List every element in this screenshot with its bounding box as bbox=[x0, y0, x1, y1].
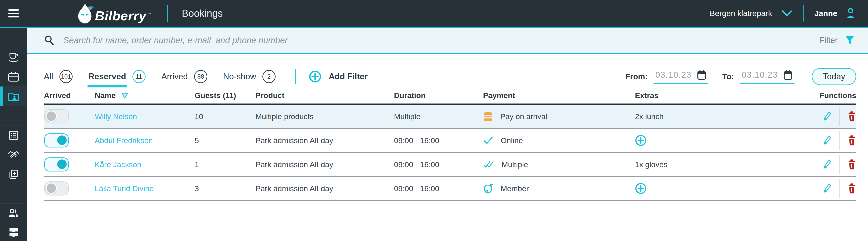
location-selector-label[interactable]: Bergen klatrepark bbox=[710, 9, 772, 18]
header-name: Name bbox=[95, 91, 195, 100]
date-range-controls: From: 03.10.23 To: 03.10.23 bbox=[625, 68, 856, 85]
delete-trash-icon[interactable] bbox=[847, 159, 856, 170]
tab-all[interactable]: All 101 bbox=[44, 70, 72, 83]
add-filter-button[interactable]: Add Filter bbox=[309, 70, 368, 83]
sidebar-item-archive[interactable] bbox=[0, 223, 27, 241]
filter-toggle[interactable]: Filter bbox=[819, 35, 855, 46]
booking-name-link[interactable]: Laila Turid Divine bbox=[95, 184, 154, 193]
name-cell: Laila Turid Divine bbox=[95, 184, 195, 193]
add-extras-icon[interactable] bbox=[635, 183, 647, 194]
user-name[interactable]: Janne bbox=[814, 9, 837, 18]
sidebar-item-guests[interactable] bbox=[0, 204, 27, 223]
topbar-divider bbox=[167, 5, 168, 22]
table-header-row: Arrived Name Guests (11) Product Duratio… bbox=[44, 87, 856, 105]
arrived-toggle[interactable] bbox=[44, 182, 69, 195]
from-date-value[interactable]: 03.10.23 bbox=[655, 70, 691, 80]
functions-cell bbox=[784, 155, 856, 174]
tab-no-show[interactable]: No-show 2 bbox=[223, 70, 276, 83]
people-icon bbox=[8, 208, 20, 218]
circle-plus-icon bbox=[309, 70, 321, 83]
to-date-value[interactable]: 03.10.23 bbox=[742, 70, 778, 80]
sidebar-item-bookings[interactable] bbox=[0, 86, 27, 106]
check-icon bbox=[483, 136, 493, 145]
toggle-knob bbox=[46, 183, 57, 194]
user-profile-icon[interactable] bbox=[845, 8, 856, 19]
sidebar-item-calendar[interactable] bbox=[0, 67, 27, 86]
calendar-icon[interactable] bbox=[697, 70, 706, 80]
toggle-knob bbox=[46, 110, 57, 122]
topbar-right: Bergen klatrepark Janne bbox=[710, 5, 868, 22]
member-icon bbox=[483, 183, 493, 194]
booking-name-link[interactable]: Willy Nelson bbox=[95, 112, 137, 121]
arrived-toggle[interactable] bbox=[44, 157, 69, 171]
sidebar-item-partners[interactable] bbox=[0, 145, 27, 164]
bookings-table: Arrived Name Guests (11) Product Duratio… bbox=[44, 87, 856, 201]
topbar: Bilberry™ Bookings Bergen klatrepark Jan… bbox=[0, 0, 868, 27]
name-cell: Abdul Fredriksen bbox=[95, 136, 195, 145]
extras-cell: 2x lunch bbox=[635, 112, 784, 121]
sidebar bbox=[0, 28, 27, 241]
product-cell: Park admission All-day bbox=[255, 184, 394, 193]
header-guests: Guests (11) bbox=[195, 91, 255, 100]
to-date-field: To: 03.10.23 bbox=[722, 69, 795, 84]
edit-pencil-icon[interactable] bbox=[823, 183, 831, 194]
coffee-cup-icon bbox=[8, 52, 20, 62]
duration-cell: 09:00 - 16:00 bbox=[394, 136, 483, 145]
calendar-icon[interactable] bbox=[783, 70, 793, 80]
functions-cell bbox=[784, 131, 856, 150]
functions-divider bbox=[839, 155, 839, 174]
delete-trash-icon[interactable] bbox=[847, 183, 856, 194]
booking-name-link[interactable]: Abdul Fredriksen bbox=[95, 136, 153, 145]
guests-cell: 5 bbox=[195, 136, 255, 145]
funnel-icon bbox=[844, 35, 855, 46]
sidebar-item-new-booking[interactable] bbox=[0, 164, 27, 184]
main-content: Filter All 101 Reserved 11 Arrived 8 bbox=[27, 28, 868, 241]
page-title: Bookings bbox=[182, 8, 223, 19]
header-duration: Duration bbox=[394, 91, 483, 100]
tab-label: No-show bbox=[223, 72, 256, 82]
delete-trash-icon[interactable] bbox=[847, 135, 856, 146]
header-functions: Functions bbox=[784, 91, 856, 100]
payment-cell: Multiple bbox=[483, 160, 635, 169]
search-bar: Filter bbox=[27, 28, 868, 54]
name-cell: Kåre Jackson bbox=[95, 160, 195, 169]
name-cell: Willy Nelson bbox=[95, 112, 195, 121]
from-date-picker[interactable]: 03.10.23 bbox=[653, 69, 708, 84]
hamburger-icon bbox=[8, 9, 19, 18]
sidebar-spacer bbox=[0, 106, 27, 126]
count-badge: 11 bbox=[132, 70, 146, 83]
chevron-down-icon[interactable] bbox=[782, 10, 792, 17]
to-label: To: bbox=[722, 72, 734, 81]
payment-label: Online bbox=[501, 136, 523, 145]
edit-pencil-icon[interactable] bbox=[823, 159, 831, 170]
arrived-cell bbox=[44, 157, 95, 171]
guests-cell: 1 bbox=[195, 160, 255, 169]
to-date-picker[interactable]: 03.10.23 bbox=[740, 69, 795, 84]
arrived-toggle[interactable] bbox=[44, 109, 69, 124]
edit-pencil-icon[interactable] bbox=[823, 111, 831, 122]
add-extras-icon[interactable] bbox=[635, 135, 647, 146]
search-input[interactable] bbox=[63, 35, 819, 46]
extras-cell bbox=[635, 135, 784, 146]
edit-pencil-icon[interactable] bbox=[823, 135, 831, 146]
copy-plus-icon bbox=[8, 169, 19, 180]
hamburger-menu-button[interactable] bbox=[0, 0, 27, 27]
arrived-toggle[interactable] bbox=[44, 133, 69, 148]
count-badge: 88 bbox=[194, 70, 207, 83]
functions-divider bbox=[839, 107, 839, 126]
tab-reserved[interactable]: Reserved 11 bbox=[88, 70, 146, 83]
tab-label: Reserved bbox=[88, 72, 126, 82]
extras-cell bbox=[635, 183, 784, 194]
count-badge: 101 bbox=[59, 70, 72, 83]
booking-name-link[interactable]: Kåre Jackson bbox=[95, 160, 141, 169]
header-product: Product bbox=[255, 91, 394, 100]
delete-trash-icon[interactable] bbox=[847, 111, 856, 122]
header-name-label: Name bbox=[95, 91, 116, 100]
sidebar-item-orders[interactable] bbox=[0, 126, 27, 145]
header-payment: Payment bbox=[483, 91, 635, 100]
sidebar-item-cafe[interactable] bbox=[0, 48, 27, 67]
sort-triangle-icon[interactable] bbox=[121, 92, 128, 99]
tab-arrived[interactable]: Arrived 88 bbox=[161, 70, 207, 83]
today-button[interactable]: Today bbox=[812, 68, 856, 85]
payment-label: Multiple bbox=[502, 160, 528, 169]
